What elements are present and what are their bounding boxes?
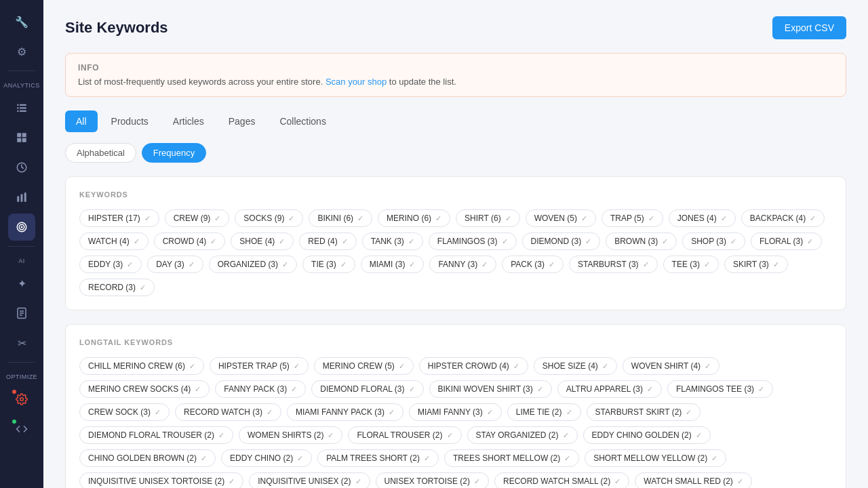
keyword-tag[interactable]: BROWN (3)✓	[606, 232, 677, 250]
keyword-tag[interactable]: RED (4)✓	[299, 232, 356, 250]
sidebar-icon-gear[interactable]: ⚙	[8, 38, 35, 65]
keyword-tag[interactable]: HIPSTER (17)✓	[79, 209, 159, 227]
keyword-tag[interactable]: RECORD WATCH (3)✓	[175, 403, 281, 421]
keyword-tag[interactable]: CROWD (4)✓	[154, 232, 226, 250]
keyword-tag[interactable]: FLORAL (3)✓	[751, 232, 822, 250]
check-icon: ✓	[711, 454, 717, 463]
keyword-tag[interactable]: SHOE SIZE (4)✓	[534, 357, 617, 375]
check-icon: ✓	[127, 260, 133, 269]
keyword-tag[interactable]: TREES SHORT MELLOW (2)✓	[444, 449, 579, 467]
tab-collections[interactable]: Collections	[269, 110, 336, 132]
sidebar-icon-scissors[interactable]: ✂	[8, 329, 35, 357]
sidebar-icon-code[interactable]	[8, 415, 35, 443]
sidebar-icon-target[interactable]	[8, 214, 35, 241]
keyword-tag[interactable]: EDDY (3)✓	[79, 256, 142, 273]
tab-articles[interactable]: Articles	[162, 110, 215, 132]
check-icon: ✓	[201, 454, 207, 463]
keyword-tag[interactable]: WATCH (4)✓	[79, 232, 149, 250]
sidebar-icon-report[interactable]	[8, 300, 35, 327]
keyword-tag[interactable]: ORGANIZED (3)✓	[209, 256, 297, 273]
keyword-tag[interactable]: EDDY CHINO GOLDEN (2)✓	[583, 426, 711, 444]
keyword-tag[interactable]: STAY ORGANIZED (2)✓	[467, 426, 578, 444]
check-icon: ✓	[807, 237, 813, 246]
keyword-tag[interactable]: DIEMOND FLORAL TROUSER (2)✓	[79, 426, 233, 444]
check-icon: ✓	[342, 237, 348, 246]
keyword-tag[interactable]: WATCH SMALL RED (2)✓	[635, 472, 752, 488]
keyword-tag[interactable]: TRAP (5)✓	[601, 209, 663, 227]
keyword-tag[interactable]: FLAMINGOS TEE (3)✓	[667, 380, 773, 398]
keyword-tag[interactable]: CHILL MERINO CREW (6)✓	[79, 357, 204, 375]
scan-shop-link[interactable]: Scan your shop	[326, 77, 387, 87]
keyword-tag[interactable]: WOVEN SHIRT (4)✓	[623, 357, 719, 375]
keyword-tag[interactable]: SHIRT (6)✓	[456, 209, 520, 227]
keyword-tag[interactable]: JONES (4)✓	[669, 209, 736, 227]
svg-rect-5	[20, 110, 26, 112]
keyword-tag[interactable]: UNISEX TORTOISE (2)✓	[376, 472, 489, 488]
export-csv-button[interactable]: Export CSV	[772, 16, 846, 39]
keyword-tag[interactable]: WOMEN SHIRTS (2)✓	[239, 426, 342, 444]
keyword-tag[interactable]: SOCKS (9)✓	[235, 209, 303, 227]
keyword-tag[interactable]: MERINO (6)✓	[378, 209, 450, 227]
keyword-tag[interactable]: MERINO CREW (5)✓	[314, 357, 414, 375]
keyword-tag[interactable]: CREW (9)✓	[165, 209, 230, 227]
sidebar-icon-sparkle[interactable]: ✦	[8, 270, 35, 297]
keyword-tag[interactable]: INQUISITIVE UNISEX TORTOISE (2)✓	[79, 472, 243, 488]
svg-rect-7	[22, 133, 26, 137]
sidebar-icon-wrench[interactable]: 🔧	[8, 8, 35, 35]
keyword-tag[interactable]: SHOP (3)✓	[682, 232, 745, 250]
sort-frequency[interactable]: Frequency	[142, 143, 206, 163]
keyword-tag[interactable]: INQUISITIVE UNISEX (2)✓	[249, 472, 370, 488]
tab-all[interactable]: All	[65, 110, 98, 132]
page-title: Site Keywords	[65, 19, 168, 37]
sidebar-icon-grid[interactable]	[8, 124, 35, 151]
keyword-tag[interactable]: SHORT MELLOW YELLOW (2)✓	[585, 449, 726, 467]
keyword-tag[interactable]: FLAMINGOS (3)✓	[429, 232, 517, 250]
sidebar-icon-optimize-gear[interactable]	[8, 386, 35, 413]
keyword-tag[interactable]: FANNY PACK (3)✓	[215, 380, 306, 398]
keyword-tag[interactable]: TIE (3)✓	[302, 256, 355, 273]
keyword-tag[interactable]: BIKINI WOVEN SHIRT (3)✓	[429, 380, 552, 398]
keyword-tag[interactable]: TANK (3)✓	[362, 232, 423, 250]
keyword-tag[interactable]: SKIRT (3)✓	[724, 256, 788, 273]
keyword-tag[interactable]: WOVEN (5)✓	[526, 209, 596, 227]
keyword-tag[interactable]: FANNY (3)✓	[429, 256, 496, 273]
check-icon: ✓	[409, 260, 415, 269]
svg-rect-8	[17, 138, 21, 142]
keyword-tag[interactable]: STARBURST (3)✓	[569, 256, 658, 273]
keyword-tag[interactable]: RECORD WATCH SMALL (2)✓	[494, 472, 629, 488]
tab-pages[interactable]: Pages	[218, 110, 267, 132]
keyword-tag[interactable]: MIAMI FANNY (3)✓	[409, 403, 502, 421]
keyword-tag[interactable]: RECORD (3)✓	[79, 279, 155, 296]
sidebar: 🔧 ⚙ ANALYTICS AI ✦ ✂ OPTIMIZE	[0, 0, 43, 488]
keyword-tag[interactable]: MERINO CREW SOCKS (4)✓	[79, 380, 210, 398]
keyword-tag[interactable]: DIEMOND (3)✓	[522, 232, 601, 250]
keyword-tag[interactable]: MIAMI FANNY PACK (3)✓	[287, 403, 403, 421]
sidebar-icon-list[interactable]	[8, 94, 35, 121]
keyword-tag[interactable]: FLORAL TROUSER (2)✓	[348, 426, 461, 444]
keyword-tag[interactable]: HIPSTER CROWD (4)✓	[419, 357, 528, 375]
keyword-tag[interactable]: DAY (3)✓	[147, 256, 203, 273]
keyword-tag[interactable]: ALTRU APPAREL (3)✓	[557, 380, 662, 398]
keyword-tag[interactable]: SHOE (4)✓	[231, 232, 294, 250]
sidebar-icon-bar-chart[interactable]	[8, 184, 35, 211]
keyword-tag[interactable]: TEE (3)✓	[663, 256, 719, 273]
check-icon: ✓	[218, 431, 224, 440]
keyword-tag[interactable]: BACKPACK (4)✓	[741, 209, 825, 227]
keyword-tag[interactable]: HIPSTER TRAP (5)✓	[210, 357, 309, 375]
keyword-tag[interactable]: PALM TREES SHORT (2)✓	[317, 449, 439, 467]
tab-products[interactable]: Products	[100, 110, 159, 132]
keyword-tag[interactable]: CREW SOCK (3)✓	[79, 403, 170, 421]
keyword-tag[interactable]: EDDY CHINO (2)✓	[221, 449, 312, 467]
keyword-tag[interactable]: MIAMI (3)✓	[361, 256, 425, 273]
keyword-tag[interactable]: PACK (3)✓	[502, 256, 564, 273]
keywords-section: KEYWORDS HIPSTER (17)✓CREW (9)✓SOCKS (9)…	[65, 176, 846, 310]
sort-alphabetical[interactable]: Alphabetical	[65, 143, 136, 163]
longtail-section-title: LONGTAIL KEYWORDS	[79, 338, 832, 346]
keyword-tag[interactable]: DIEMOND FLORAL (3)✓	[311, 380, 423, 398]
keyword-tag[interactable]: LIME TIE (2)✓	[507, 403, 581, 421]
svg-rect-1	[20, 104, 26, 106]
keyword-tag[interactable]: STARBURST SKIRT (2)✓	[587, 403, 701, 421]
keyword-tag[interactable]: CHINO GOLDEN BROWN (2)✓	[79, 449, 216, 467]
sidebar-icon-clock[interactable]	[8, 154, 35, 181]
keyword-tag[interactable]: BIKINI (6)✓	[309, 209, 372, 227]
